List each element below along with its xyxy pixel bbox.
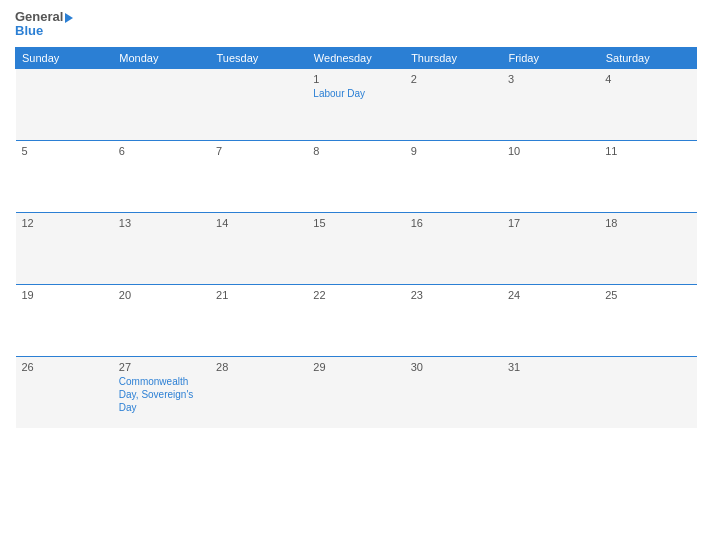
week-row-2: 567891011 <box>16 140 697 212</box>
logo-triangle-icon <box>65 13 73 23</box>
day-number: 15 <box>313 217 398 229</box>
calendar-cell: 21 <box>210 284 307 356</box>
calendar-cell: 24 <box>502 284 599 356</box>
weekday-header-thursday: Thursday <box>405 47 502 68</box>
calendar-table: SundayMondayTuesdayWednesdayThursdayFrid… <box>15 47 697 429</box>
calendar-cell: 25 <box>599 284 696 356</box>
day-number: 31 <box>508 361 593 373</box>
day-number: 26 <box>22 361 107 373</box>
day-number: 30 <box>411 361 496 373</box>
header: General Blue <box>15 10 697 39</box>
calendar-cell: 1Labour Day <box>307 68 404 140</box>
calendar-cell: 8 <box>307 140 404 212</box>
day-number: 2 <box>411 73 496 85</box>
calendar-cell: 13 <box>113 212 210 284</box>
week-row-1: 1Labour Day234 <box>16 68 697 140</box>
day-number: 23 <box>411 289 496 301</box>
day-number: 1 <box>313 73 398 85</box>
weekday-header-friday: Friday <box>502 47 599 68</box>
holiday-label: Labour Day <box>313 87 398 100</box>
calendar-cell: 9 <box>405 140 502 212</box>
holiday-label: Commonwealth Day, Sovereign's Day <box>119 375 204 414</box>
calendar-cell: 15 <box>307 212 404 284</box>
calendar-cell: 12 <box>16 212 113 284</box>
calendar-cell: 2 <box>405 68 502 140</box>
day-number: 18 <box>605 217 690 229</box>
calendar-cell: 29 <box>307 356 404 428</box>
day-number: 6 <box>119 145 204 157</box>
day-number: 27 <box>119 361 204 373</box>
calendar-cell: 19 <box>16 284 113 356</box>
week-row-5: 2627Commonwealth Day, Sovereign's Day282… <box>16 356 697 428</box>
day-number: 12 <box>22 217 107 229</box>
day-number: 24 <box>508 289 593 301</box>
day-number: 8 <box>313 145 398 157</box>
calendar-cell: 6 <box>113 140 210 212</box>
logo-blue: Blue <box>15 24 73 38</box>
calendar-cell <box>210 68 307 140</box>
day-number: 4 <box>605 73 690 85</box>
weekday-header-saturday: Saturday <box>599 47 696 68</box>
day-number: 20 <box>119 289 204 301</box>
calendar-cell <box>113 68 210 140</box>
day-number: 19 <box>22 289 107 301</box>
weekday-header-tuesday: Tuesday <box>210 47 307 68</box>
calendar-cell: 28 <box>210 356 307 428</box>
calendar-cell: 20 <box>113 284 210 356</box>
logo: General Blue <box>15 10 73 39</box>
calendar-cell: 17 <box>502 212 599 284</box>
calendar-cell: 5 <box>16 140 113 212</box>
calendar-page: General Blue SundayMondayTuesdayWednesda… <box>0 0 712 550</box>
calendar-cell: 27Commonwealth Day, Sovereign's Day <box>113 356 210 428</box>
day-number: 9 <box>411 145 496 157</box>
calendar-cell: 3 <box>502 68 599 140</box>
calendar-cell: 26 <box>16 356 113 428</box>
weekday-header-monday: Monday <box>113 47 210 68</box>
calendar-cell: 11 <box>599 140 696 212</box>
calendar-cell: 16 <box>405 212 502 284</box>
day-number: 5 <box>22 145 107 157</box>
calendar-cell: 14 <box>210 212 307 284</box>
day-number: 21 <box>216 289 301 301</box>
week-row-3: 12131415161718 <box>16 212 697 284</box>
calendar-cell <box>16 68 113 140</box>
week-row-4: 19202122232425 <box>16 284 697 356</box>
day-number: 13 <box>119 217 204 229</box>
day-number: 7 <box>216 145 301 157</box>
day-number: 29 <box>313 361 398 373</box>
weekday-header-wednesday: Wednesday <box>307 47 404 68</box>
day-number: 11 <box>605 145 690 157</box>
day-number: 25 <box>605 289 690 301</box>
logo-general: General <box>15 10 63 24</box>
day-number: 10 <box>508 145 593 157</box>
calendar-cell: 31 <box>502 356 599 428</box>
day-number: 22 <box>313 289 398 301</box>
weekday-header-sunday: Sunday <box>16 47 113 68</box>
calendar-cell: 22 <box>307 284 404 356</box>
day-number: 28 <box>216 361 301 373</box>
calendar-cell: 18 <box>599 212 696 284</box>
calendar-cell: 7 <box>210 140 307 212</box>
day-number: 16 <box>411 217 496 229</box>
day-number: 14 <box>216 217 301 229</box>
calendar-cell <box>599 356 696 428</box>
day-number: 3 <box>508 73 593 85</box>
calendar-cell: 30 <box>405 356 502 428</box>
calendar-cell: 4 <box>599 68 696 140</box>
day-number: 17 <box>508 217 593 229</box>
weekday-header-row: SundayMondayTuesdayWednesdayThursdayFrid… <box>16 47 697 68</box>
calendar-cell: 23 <box>405 284 502 356</box>
calendar-cell: 10 <box>502 140 599 212</box>
